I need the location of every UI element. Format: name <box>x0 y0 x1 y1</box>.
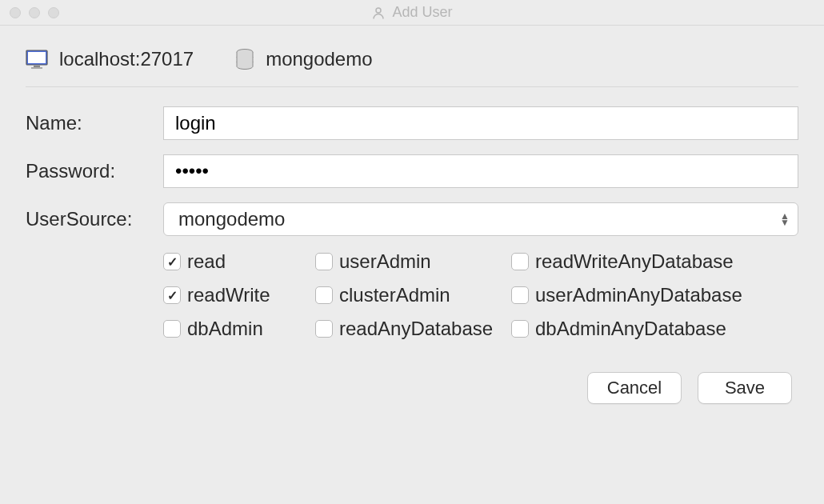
password-row: Password: <box>26 154 798 188</box>
role-label: read <box>187 250 226 273</box>
password-input[interactable] <box>163 154 798 188</box>
svg-point-0 <box>376 8 381 13</box>
title-bar: Add User <box>0 0 824 26</box>
role-item[interactable]: userAdminAnyDatabase <box>511 284 775 306</box>
svg-rect-2 <box>28 52 46 63</box>
role-checkbox[interactable] <box>163 253 181 270</box>
server-icon <box>26 50 48 69</box>
save-button[interactable]: Save <box>698 372 792 404</box>
role-label: userAdminAnyDatabase <box>535 284 742 306</box>
role-item[interactable]: readWrite <box>163 284 315 306</box>
user-icon <box>371 6 386 20</box>
role-label: dbAdmin <box>187 318 263 340</box>
close-traffic-light[interactable] <box>10 7 21 18</box>
usersource-row: UserSource: mongodemo ▲▼ <box>26 202 798 236</box>
role-item[interactable]: readWriteAnyDatabase <box>511 250 775 273</box>
host-label: localhost:27017 <box>59 48 194 70</box>
role-checkbox[interactable] <box>163 286 181 304</box>
name-label: Name: <box>26 112 154 134</box>
database-name: mongodemo <box>266 48 372 70</box>
role-checkbox[interactable] <box>511 286 529 304</box>
name-row: Name: <box>26 106 798 140</box>
usersource-value: mongodemo <box>178 208 285 230</box>
roles-grid: readuserAdminreadWriteAnyDatabasereadWri… <box>163 250 798 340</box>
role-label: readAnyDatabase <box>339 318 493 340</box>
window-title-text: Add User <box>392 4 452 21</box>
svg-rect-4 <box>31 67 42 69</box>
dialog-buttons: Cancel Save <box>0 372 824 423</box>
role-label: dbAdminAnyDatabase <box>535 318 726 340</box>
role-item[interactable]: clusterAdmin <box>315 284 511 306</box>
chevrons-icon: ▲▼ <box>780 213 790 226</box>
role-label: readWriteAnyDatabase <box>535 250 734 273</box>
form: Name: Password: UserSource: mongodemo ▲▼… <box>0 87 824 340</box>
role-item[interactable]: readAnyDatabase <box>315 318 511 340</box>
database-icon <box>235 49 254 70</box>
usersource-select[interactable]: mongodemo ▲▼ <box>163 202 798 236</box>
name-input[interactable] <box>163 106 798 140</box>
role-checkbox[interactable] <box>315 286 333 304</box>
role-item[interactable]: read <box>163 250 315 273</box>
role-checkbox[interactable] <box>511 253 529 270</box>
zoom-traffic-light[interactable] <box>48 7 59 18</box>
minimize-traffic-light[interactable] <box>29 7 40 18</box>
role-checkbox[interactable] <box>511 320 529 338</box>
role-checkbox[interactable] <box>163 320 181 338</box>
role-label: userAdmin <box>339 250 431 273</box>
role-label: readWrite <box>187 284 270 306</box>
connection-header: localhost:27017 mongodemo <box>26 26 798 87</box>
role-item[interactable]: dbAdminAnyDatabase <box>511 318 775 340</box>
window-title: Add User <box>0 4 824 21</box>
window-controls <box>10 7 59 18</box>
password-label: Password: <box>26 160 154 182</box>
role-item[interactable]: dbAdmin <box>163 318 315 340</box>
svg-rect-3 <box>34 66 40 67</box>
role-label: clusterAdmin <box>339 284 450 306</box>
role-item[interactable]: userAdmin <box>315 250 511 273</box>
usersource-label: UserSource: <box>26 208 154 230</box>
role-checkbox[interactable] <box>315 253 333 270</box>
cancel-button[interactable]: Cancel <box>587 372 682 404</box>
role-checkbox[interactable] <box>315 320 333 338</box>
